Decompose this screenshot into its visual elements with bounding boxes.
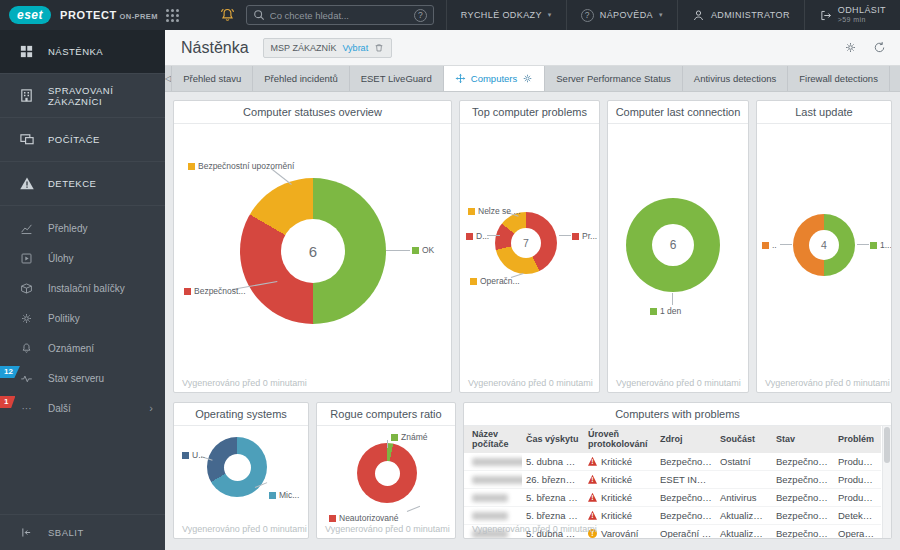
sidebar-item-prehledy[interactable]: Přehledy — [0, 213, 165, 243]
app-grid-icon[interactable] — [166, 9, 179, 22]
search-input[interactable] — [270, 10, 409, 21]
logout-button[interactable]: ODHLÁSIT >59 min — [804, 0, 900, 30]
donut-total: 6 — [670, 238, 677, 252]
tab-label: Computers — [471, 73, 517, 84]
help-menu[interactable]: ? NÁPOVĚDA ▾ — [566, 0, 677, 30]
sidebar-item-instalacni-balicky[interactable]: Instalační balíčky — [0, 273, 165, 303]
sidebar-item-label: Politiky — [48, 313, 80, 324]
card-computer-last-connection: Computer last connection 6 1 den Vygener… — [607, 100, 749, 393]
sidebar-item-ulohy[interactable]: Úlohy — [0, 243, 165, 273]
cell-source: Bezpečnostní p... — [656, 488, 716, 506]
col-nazev-pocitace[interactable]: Název počítače — [464, 426, 522, 453]
cell-computer-name — [464, 470, 522, 488]
donut-chart-operating-systems[interactable] — [207, 437, 267, 497]
table-row[interactable]: 26. března 2024.. Kritické ESET INSPECT … — [464, 470, 881, 488]
donut-chart-computer-statuses[interactable]: 6 — [240, 178, 386, 324]
legend-label: .. — [762, 240, 777, 250]
col-cas-vyskytu[interactable]: Čas výskytu — [522, 426, 584, 453]
tab-eset-liveguard[interactable]: ESET LiveGuard — [350, 66, 444, 91]
generated-timestamp: Vygenerováno před 0 minutami — [468, 378, 593, 388]
tab-label: Přehled incidentů — [264, 73, 337, 84]
cell-component — [716, 470, 772, 488]
tab-firewall-detections[interactable]: Firewall detections — [788, 66, 890, 91]
donut-center: 6 — [652, 224, 694, 266]
notification-bell-icon[interactable] — [219, 7, 236, 23]
sidebar-item-label: Další — [48, 403, 71, 414]
donut-chart-rogue-computers[interactable] — [357, 443, 417, 503]
sidebar-item-detekce[interactable]: DETEKCE — [0, 162, 165, 206]
card-title: Last update — [757, 101, 891, 124]
server-status-icon — [18, 372, 35, 385]
sidebar-item-label: SPRAVOVANÍ ZÁKAZNÍCI — [48, 85, 165, 107]
col-zdroj[interactable]: Zdroj — [656, 426, 716, 453]
page-header: Nástěnka MSP ZÁKAZNÍK Vybrat — [165, 30, 900, 66]
card-title: Top computer problems — [460, 101, 599, 124]
tab-computers[interactable]: Computers — [444, 66, 545, 91]
search-help-icon[interactable]: ? — [414, 9, 427, 22]
trash-icon[interactable] — [374, 43, 384, 53]
sidebar-collapse-button[interactable]: SBALIT — [0, 514, 165, 550]
legend-label: Bezpečnost... — [184, 286, 246, 296]
donut-total: 7 — [523, 237, 529, 249]
tab-antivirus-detections[interactable]: Antivirus detections — [683, 66, 788, 91]
label-connector — [857, 244, 869, 245]
sidebar-item-politiky[interactable]: Politiky — [0, 303, 165, 333]
main-content: Nástěnka MSP ZÁKAZNÍK Vybrat ◁ Přehled s… — [165, 30, 900, 550]
cell-problem: Produkt není a... — [834, 488, 881, 506]
sidebar-item-pocitace[interactable]: POČÍTAČE — [0, 118, 165, 162]
package-icon — [18, 282, 35, 295]
tab-gear-icon[interactable] — [522, 73, 533, 84]
sidebar: NÁSTĚNKA SPRAVOVANÍ ZÁKAZNÍCI POČÍTAČE D… — [0, 30, 165, 550]
sidebar-item-nastenka[interactable]: NÁSTĚNKA — [0, 30, 165, 74]
tab-server-performance-status[interactable]: Server Performance Status — [545, 66, 683, 91]
severity-icon — [588, 493, 597, 502]
sidebar-item-stav-serveru[interactable]: 12 Stav serveru — [0, 363, 165, 393]
sidebar-item-dalsi[interactable]: 1 ··· Další › — [0, 393, 165, 423]
dashboard: Computer statuses overview 6 Bezpečnostn… — [165, 92, 900, 550]
table-scrollbar[interactable] — [882, 426, 891, 538]
dashboard-settings-gear-icon[interactable] — [844, 41, 857, 54]
generated-timestamp: Vygenerováno před 0 minutami — [325, 524, 450, 534]
col-stav[interactable]: Stav — [772, 426, 834, 453]
user-menu[interactable]: ADMINISTRATOR — [677, 0, 804, 30]
tab-label: Antivirus detections — [694, 73, 776, 84]
customer-select-link[interactable]: Vybrat — [342, 43, 368, 53]
move-icon[interactable] — [455, 73, 466, 84]
table-row[interactable]: 5. března 2024 ... Kritické Bezpečnostní… — [464, 506, 881, 524]
tab-eset-applications[interactable]: ESET applications — [890, 66, 900, 91]
donut-chart-top-problems[interactable]: 7 — [495, 212, 557, 274]
tab-prehled-stavu[interactable]: Přehled stavu — [171, 66, 253, 91]
eset-logo[interactable]: eset — [9, 6, 51, 24]
donut-chart-last-connection[interactable]: 6 — [626, 198, 720, 292]
quick-links-menu[interactable]: RYCHLÉ ODKAZY ▾ — [446, 0, 566, 30]
col-soucast[interactable]: Součást — [716, 426, 772, 453]
customer-chip[interactable]: MSP ZÁKAZNÍK Vybrat — [263, 38, 393, 58]
card-rogue-computers-ratio: Rogue computers ratio Známé Neautorizova… — [316, 402, 456, 539]
generated-timestamp: Vygenerováno před 0 minutami — [182, 378, 307, 388]
help-label: NÁPOVĚDA — [600, 10, 653, 20]
legend-label: D... — [466, 231, 489, 241]
customer-name: MSP ZÁKAZNÍK — [271, 43, 337, 53]
logout-icon — [819, 9, 832, 22]
col-uroven-protokolovani[interactable]: Úroveň protokolování — [584, 426, 656, 453]
sidebar-item-oznameni[interactable]: Oznámení — [0, 333, 165, 363]
more-dots-icon: ··· — [18, 403, 35, 414]
server-status-badge: 12 — [0, 366, 20, 378]
table-row[interactable]: 5. března 2024 ... Kritické Bezpečnostní… — [464, 488, 881, 506]
top-bar: eset PROTECT ON-PREM ? RYCHLÉ ODKAZY ▾ ?… — [0, 0, 900, 30]
page-title: Nástěnka — [181, 39, 249, 57]
table-row[interactable]: 5. dubna 2024 ... Kritické Bezpečnostní … — [464, 453, 881, 471]
search-box: ? — [246, 5, 434, 25]
col-problem[interactable]: Problém — [834, 426, 881, 453]
tab-prehled-incidentu[interactable]: Přehled incidentů — [253, 66, 349, 91]
cell-source: Bezpečnostní p... — [656, 506, 716, 524]
product-name: PROTECT ON-PREM — [60, 9, 158, 21]
scrollbar-thumb[interactable] — [884, 427, 890, 463]
refresh-icon[interactable] — [873, 41, 886, 54]
reports-icon — [18, 222, 35, 235]
card-computers-with-problems: Computers with problems Název počítače Č… — [463, 402, 892, 539]
sidebar-item-spravovani-zakaznici[interactable]: SPRAVOVANÍ ZÁKAZNÍCI — [0, 74, 165, 118]
donut-chart-last-update[interactable]: 4 — [793, 214, 855, 276]
card-title: Computer last connection — [608, 101, 748, 124]
legend-label: Bezpečnostní upozornění — [188, 161, 294, 171]
